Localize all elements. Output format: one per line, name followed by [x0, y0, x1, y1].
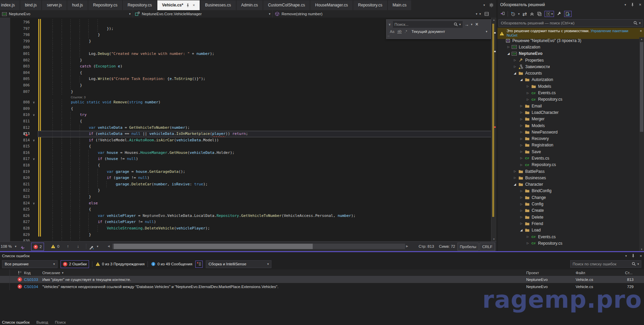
find-scope[interactable]: Текущий документ [412, 29, 445, 34]
find-input[interactable]: Поиск... ▾ [393, 21, 463, 28]
resize-grip[interactable] [387, 35, 390, 38]
pin-icon[interactable] [630, 2, 635, 7]
code-line-813[interactable]: 813 if (vehicleData == null || vehicleDa… [0, 131, 491, 137]
tree-expander-icon[interactable]: ▷ [519, 104, 524, 107]
tab-index-js[interactable]: index.js [0, 0, 20, 10]
next-issue-icon[interactable]: ↓ [77, 243, 79, 250]
wrench-icon[interactable] [557, 12, 561, 16]
tree-item-config[interactable]: ▷Config [497, 201, 639, 207]
tree-expander-icon[interactable]: ◢ [512, 183, 517, 186]
match-case-toggle[interactable]: Aa [390, 29, 394, 34]
error-table-header[interactable]: Код Описание ▾ Проект Файл Ст... [0, 269, 644, 276]
tree-item-recovery[interactable]: ▷Recovery [497, 135, 639, 142]
tree-expander-icon[interactable]: ▷ [519, 203, 524, 206]
code-line-808[interactable]: 808∨ public static void Remove(string nu… [0, 99, 491, 106]
refresh-icon[interactable]: ⇄ [523, 11, 527, 17]
tree-expander-icon[interactable]: ▷ [512, 170, 517, 173]
code-line-803[interactable]: 803 catch (Exception e) [0, 63, 491, 70]
close-icon[interactable]: × [475, 21, 478, 27]
chevron-down-icon[interactable]: ▾ [518, 12, 520, 16]
tab-server-js[interactable]: server.js [42, 0, 67, 10]
code-editor[interactable]: 796797 });798 }799 }800801 Log.Debug("Cr… [0, 18, 496, 241]
tree-expander-icon[interactable]: ◢ [519, 78, 524, 81]
code-line-819[interactable]: 819 var garage = house.GetGarageData(); [0, 169, 491, 175]
tree-expander-icon[interactable]: ▷ [519, 144, 524, 147]
tree-expander-icon[interactable]: ▷ [519, 189, 524, 192]
prev-issue-icon[interactable]: ↑ [67, 243, 69, 250]
warnings-filter-button[interactable]: 0 из 3 Предупреждения [95, 262, 145, 266]
chevron-down-icon[interactable]: ▾ [479, 12, 481, 16]
tree-expander-icon[interactable]: ▷ [512, 65, 517, 68]
code-line-812[interactable]: 812 var vehicleData = GetVehicleToNumber… [0, 125, 491, 131]
hscroll-thumb[interactable] [114, 244, 313, 249]
code-line-823[interactable]: 823 } [0, 194, 491, 200]
chevron-down-icon[interactable]: ▾ [459, 23, 461, 26]
tab-housemanager-cs[interactable]: HouseManager.cs [310, 0, 353, 10]
code-line-830[interactable]: 830 [0, 238, 491, 241]
breadcrumb-member[interactable]: Remove(string number) ▾ [273, 10, 479, 18]
tree-item-repository-cs[interactable]: ▷C#Repository.cs [497, 162, 639, 168]
messages-filter-button[interactable]: 0 из 49 Сообщения [151, 262, 192, 266]
tree-item-battlepass[interactable]: ▷BattlePass [497, 168, 639, 175]
whole-word-toggle[interactable]: ab [397, 29, 401, 34]
line-ending-toggle[interactable]: CRLF [480, 243, 495, 251]
properties-window-icon[interactable] [537, 12, 542, 16]
fold-chevron-icon[interactable]: ∨ [30, 200, 38, 207]
scroll-up-icon[interactable]: ▲ [491, 19, 496, 21]
tree-expander-icon[interactable]: ▷ [525, 242, 530, 245]
tree-expander-icon[interactable]: ▷ [519, 216, 524, 219]
tree-item-delete[interactable]: ▷Delete [497, 214, 639, 220]
code-line-815[interactable]: 815 { [0, 143, 491, 150]
tree-item-neptuneevo[interactable]: ◢C#NeptuneEvo [497, 50, 639, 57]
bottom-tab--[interactable]: Поиск [55, 320, 66, 324]
tree-item-email[interactable]: ▷Email [497, 103, 639, 109]
pin-icon[interactable] [185, 3, 190, 8]
code-line-811[interactable]: 811 { [0, 118, 491, 125]
code-line-816[interactable]: 816 var house = Houses.HouseManager.GetH… [0, 150, 491, 156]
pin-icon[interactable] [631, 253, 636, 258]
code-line-824[interactable]: 824∨ else [0, 200, 491, 207]
gear-icon[interactable] [489, 3, 494, 7]
tree-item-bindconfig[interactable]: ▷BindConfig [497, 188, 639, 194]
error-row-CS0103[interactable]: ×CS0103Имя "player" не существует в теку… [0, 276, 644, 283]
panel-drag-handle[interactable] [33, 255, 622, 257]
close-icon[interactable]: × [193, 0, 195, 10]
editor-vertical-scrollbar[interactable]: ▲ ▼ [491, 18, 496, 241]
collapse-all-icon[interactable] [530, 12, 534, 16]
error-search-input[interactable]: Поиск по списку ошибок ▾ [570, 260, 641, 268]
scope-dropdown[interactable]: Все решение ▾ [2, 260, 58, 268]
code-line-822[interactable]: 822 } [0, 187, 491, 194]
filter-toggle[interactable] [195, 261, 203, 268]
code-line-817[interactable]: 817∨ if (house != null) [0, 156, 491, 162]
code-line-805[interactable]: 805 Log.Write($"Create Task Exception: {… [0, 76, 491, 82]
tree-item-models[interactable]: ▷Models [497, 83, 639, 89]
scroll-down-icon[interactable]: ▼ [491, 238, 496, 240]
code-line-810[interactable]: 810∨ try [0, 112, 491, 118]
code-line-829[interactable]: 829 } [0, 232, 491, 238]
tree-expander-icon[interactable]: ▷ [519, 118, 524, 121]
tree-expander-icon[interactable]: ▷ [525, 235, 530, 238]
find-expand-chevron-icon[interactable]: ∨ [388, 23, 391, 26]
code-line-826[interactable]: 826 var vehiclePlayer = NeptuneEvo.Vehic… [0, 213, 491, 219]
scroll-up-icon[interactable]: ▲ [639, 38, 644, 40]
chevron-down-icon[interactable]: ▾ [486, 30, 487, 33]
tree-expander-icon[interactable]: ▷ [519, 124, 524, 127]
tree-item-loadcharacter[interactable]: ▷LoadCharacter [497, 109, 639, 116]
chevron-down-icon[interactable]: ▾ [97, 243, 98, 250]
tree-item-change[interactable]: ▷Change [497, 194, 639, 201]
code-line-820[interactable]: 820 if (garage != null) [0, 175, 491, 181]
tree-item--neptuneevo-3-3-[interactable]: Решение "NeptuneEvo" (3 проекта 3) [497, 37, 639, 44]
chevron-down-icon[interactable]: ▾ [15, 243, 17, 250]
code-line-800[interactable]: 800 [0, 44, 491, 51]
warnings-indicator[interactable]: 0 [51, 243, 59, 250]
tree-item-repository-cs[interactable]: ▷C#Repository.cs [497, 240, 639, 246]
hscroll-left-icon[interactable]: ◀ [108, 243, 110, 250]
code-line-814[interactable]: 814∨ if (!VehicleModel.AirAutoRoom.isAir… [0, 137, 491, 144]
close-icon[interactable]: × [639, 2, 641, 7]
tree-item-properties[interactable]: ▷Properties [497, 57, 639, 63]
code-line-809[interactable]: 809 { [0, 106, 491, 112]
column-file[interactable]: Файл [576, 271, 625, 275]
codelens-references[interactable]: Ссылок: 3 [71, 95, 86, 99]
tab-admin-cs[interactable]: Admin.cs [237, 0, 263, 10]
spaces-toggle[interactable]: Пробелы [458, 243, 479, 251]
